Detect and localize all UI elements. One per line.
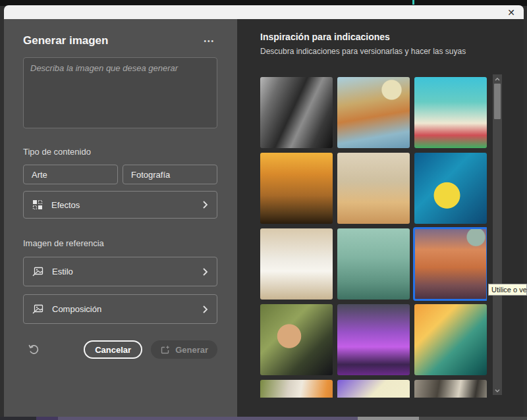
thumbnail-retro-palms-cars[interactable] [414,77,487,148]
content-type-label: Tipo de contenido [23,147,217,157]
chevron-right-icon [202,305,208,314]
scroll-down-icon[interactable] [493,386,502,395]
inspiration-panel: Inspiración para indicaciones Descubra i… [237,19,524,417]
thumbnail-dragon-island-sunset[interactable] [414,304,487,375]
thumbnail-lemon-splash[interactable] [414,153,487,224]
image-icon [32,267,43,276]
chevron-right-icon [202,200,208,209]
thumbnail-desert-temple[interactable] [337,153,410,224]
close-icon[interactable]: ✕ [504,7,518,18]
efectos-button[interactable]: Efectos [23,191,217,219]
thumbnail-tooltip: Utilice o vers [488,284,527,296]
estilo-button-label: Estilo [52,267,73,276]
grid-scrollbar[interactable] [493,74,502,395]
cancel-button-label: Cancelar [95,345,131,355]
thumbnail-marble-still-life[interactable] [260,77,333,148]
thumbnail-happy-birthday-balloons[interactable] [337,304,410,375]
fotografia-button-label: Fotografía [131,170,170,180]
arte-button[interactable]: Arte [23,165,118,184]
estilo-button[interactable]: Estilo [23,257,217,286]
undo-icon[interactable] [26,342,42,357]
thumbnail-man-portrait-bokeh[interactable] [260,304,333,375]
thumbnail-sunken-ship-sharks[interactable] [337,228,410,300]
generate-button-label: Generar [175,345,208,355]
thumbnail-cheetah-elephants-savanna[interactable] [260,153,333,224]
effects-grid-icon [32,199,43,210]
thumbnail-white-animal-flowers[interactable] [260,380,333,398]
efectos-button-label: Efectos [51,200,80,210]
inspiration-title: Inspiración para indicaciones [260,32,524,42]
teal-marker [412,0,414,5]
chevron-right-icon [202,267,208,276]
inspiration-grid [260,77,487,398]
thumbnail-blank-notebook-desk[interactable] [260,228,333,300]
window-titlebar: ✕ [4,5,524,19]
cancel-button[interactable]: Cancelar [84,340,142,359]
background-edge-strip [0,417,527,420]
generate-image-dialog: Generar imagen ••• Tipo de contenido Art… [4,19,524,417]
more-options-icon[interactable]: ••• [201,36,217,46]
generate-panel: Generar imagen ••• Tipo de contenido Art… [4,19,237,417]
scrollbar-thumb[interactable] [494,84,501,119]
thumbnail-glitter-texture[interactable] [414,380,487,398]
generate-sparkle-icon [160,345,170,355]
inspiration-subtitle: Descubra indicaciones para versionarlas … [260,47,524,56]
image-icon [32,304,43,314]
thumbnail-tiger-moon-water[interactable] [337,77,410,148]
arte-button-label: Arte [32,170,47,180]
fotografia-button[interactable]: Fotografía [123,165,217,184]
generate-button[interactable]: Generar [151,340,217,359]
composicion-button-label: Composición [52,304,101,314]
thumbnail-purple-cat-ears[interactable] [337,380,410,398]
panel-title: Generar imagen [23,34,108,47]
scroll-up-icon[interactable] [493,74,502,84]
thumbnail-shiba-planets[interactable] [414,228,487,300]
reference-image-label: Imagen de referencia [23,238,217,248]
prompt-input[interactable] [23,57,217,128]
composicion-button[interactable]: Composición [23,294,217,324]
